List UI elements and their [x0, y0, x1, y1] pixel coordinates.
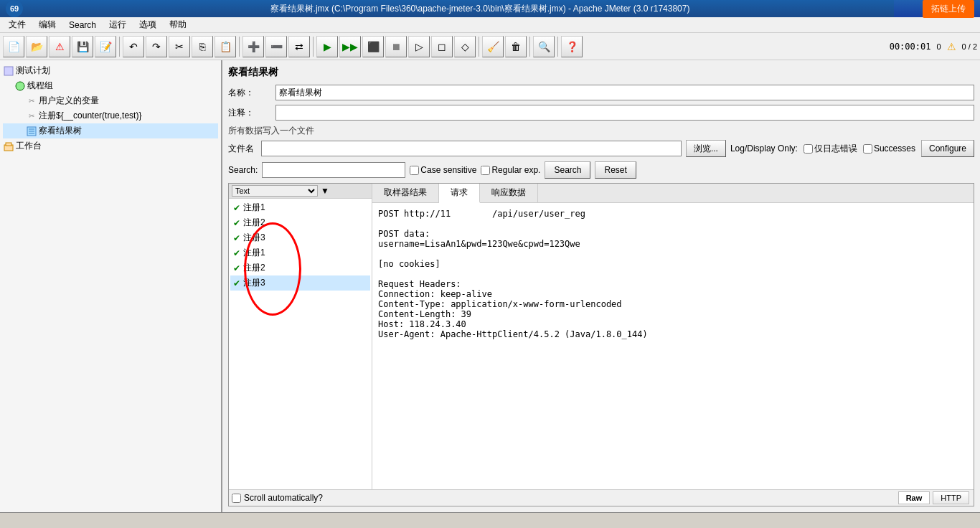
result-label: 注册3	[243, 277, 265, 289]
menu-file[interactable]: 文件	[3, 17, 32, 32]
configure-button[interactable]: Configure	[921, 140, 974, 157]
remote-exit-button[interactable]: ◇	[454, 36, 476, 57]
tree-item-counter[interactable]: ✂ 注册${__counter(true,test)}	[3, 108, 218, 123]
thread-count: 0	[936, 42, 941, 51]
result-item[interactable]: ✔注册3	[230, 275, 370, 291]
save-as-button[interactable]: 📝	[95, 36, 116, 57]
comment-input[interactable]	[275, 105, 974, 121]
copy-button[interactable]: ⎘	[192, 36, 213, 57]
section-label: 所有数据写入一个文件	[228, 125, 974, 137]
regular-exp-label[interactable]: Regular exp.	[481, 165, 540, 175]
title-bar: 69 察看结果树.jmx (C:\Program Files\360\apach…	[0, 0, 980, 17]
toggle-button[interactable]: ⇄	[288, 36, 310, 57]
result-item[interactable]: ✔注册2	[230, 215, 370, 230]
top-right-bar: 拓链上传	[894, 0, 980, 17]
result-item[interactable]: ✔注册2	[230, 260, 370, 275]
error-count: 0 / 2	[962, 42, 977, 51]
regular-exp-checkbox[interactable]	[481, 166, 490, 175]
detail-tab-取样器结果[interactable]: 取样器结果	[372, 184, 439, 202]
result-detail: 取样器结果请求响应数据 POST http://11 /api/user/use…	[372, 184, 974, 489]
check-icon: ✔	[233, 203, 240, 213]
menu-run[interactable]: 运行	[103, 17, 132, 32]
filename-input[interactable]	[261, 141, 682, 156]
stop-button[interactable]: ⬛	[362, 36, 384, 57]
undo-button[interactable]: ↶	[123, 36, 144, 57]
tree-label-plan: 测试计划	[16, 65, 50, 77]
clear-button[interactable]: 🧹	[482, 36, 504, 57]
errors-checkbox[interactable]	[804, 144, 813, 154]
result-item[interactable]: ✔注册1	[230, 245, 370, 260]
tree-item-resulttree[interactable]: 察看结果树	[3, 123, 218, 138]
errors-checkbox-label[interactable]: 仅日志错误	[804, 143, 857, 155]
tree-label-thread: 线程组	[27, 80, 53, 92]
error-button[interactable]: ⚠	[49, 36, 70, 57]
result-label: 注册2	[243, 262, 265, 274]
tree-item-thread[interactable]: 线程组	[3, 78, 218, 93]
svg-rect-7	[6, 143, 11, 146]
bottom-tab-Raw[interactable]: Raw	[898, 491, 930, 504]
menu-help[interactable]: 帮助	[164, 17, 192, 32]
result-item[interactable]: ✔注册3	[230, 230, 370, 245]
case-sensitive-label[interactable]: Case sensitive	[410, 165, 476, 175]
svg-rect-0	[4, 67, 13, 75]
tree-label-resulttree: 察看结果树	[39, 125, 82, 137]
tree-item-workbench[interactable]: 工作台	[3, 138, 218, 154]
remote-start-button[interactable]: ▷	[408, 36, 430, 57]
thread-icon	[14, 80, 26, 92]
detail-content: POST http://11 /api/user/user_reg POST d…	[372, 203, 974, 489]
browse-button[interactable]: 浏览...	[686, 140, 726, 157]
search-row: Search: Case sensitive Regular exp. Sear…	[228, 161, 974, 179]
case-sensitive-text: Case sensitive	[420, 165, 476, 175]
help-button[interactable]: ❓	[561, 36, 583, 57]
clear-all-button[interactable]: 🗑	[505, 36, 527, 57]
elapsed-time: 00:00:01	[890, 42, 931, 52]
detail-tab-响应数据[interactable]: 响应数据	[480, 184, 538, 202]
paste-button[interactable]: 📋	[215, 36, 236, 57]
remote-stop-button[interactable]: ◻	[431, 36, 453, 57]
result-label: 注册1	[243, 202, 265, 214]
successes-checkbox[interactable]	[863, 144, 872, 154]
shutdown-button[interactable]: ⏹	[385, 36, 407, 57]
name-row: 名称：	[228, 85, 974, 100]
warning-icon: ⚠	[947, 41, 956, 52]
sep5	[529, 37, 530, 57]
detail-tab-请求[interactable]: 请求	[439, 184, 480, 203]
scroll-label[interactable]: Scroll automatically?	[232, 493, 323, 503]
tree-item-plan[interactable]: 测试计划	[3, 63, 218, 78]
counter-icon: ✂	[26, 110, 37, 122]
scroll-checkbox[interactable]	[232, 494, 241, 503]
errors-label-text: 仅日志错误	[814, 143, 857, 155]
expand-button[interactable]: ➕	[242, 36, 264, 57]
case-sensitive-checkbox[interactable]	[410, 166, 419, 175]
collapse-button[interactable]: ➖	[265, 36, 287, 57]
text-select[interactable]: Text	[232, 185, 318, 197]
successes-label-text: Successes	[874, 143, 915, 154]
redo-button[interactable]: ↷	[146, 36, 167, 57]
name-input[interactable]	[275, 85, 974, 100]
menu-search[interactable]: Search	[63, 17, 102, 32]
search-button[interactable]: Search	[545, 161, 590, 179]
new-button[interactable]: 📄	[3, 36, 24, 57]
sep6	[557, 37, 558, 57]
sep4	[479, 37, 479, 57]
bottom-tab-HTTP[interactable]: HTTP	[933, 491, 969, 504]
search-tb-button[interactable]: 🔍	[533, 36, 555, 57]
check-icon: ✔	[233, 278, 240, 288]
check-icon: ✔	[233, 218, 240, 228]
successes-checkbox-label[interactable]: Successes	[863, 143, 915, 154]
menu-options[interactable]: 选项	[133, 17, 162, 32]
result-list-header: Text ▼	[229, 184, 372, 199]
menu-bar: 文件 编辑 Search 运行 选项 帮助	[0, 17, 980, 33]
tree-label-var: 用户定义的变量	[39, 95, 99, 107]
start-button[interactable]: ▶	[316, 36, 338, 57]
reset-button[interactable]: Reset	[595, 161, 636, 179]
menu-edit[interactable]: 编辑	[33, 17, 62, 32]
upload-button[interactable]: 拓链上传	[923, 0, 974, 18]
open-button[interactable]: 📂	[26, 36, 47, 57]
save-button[interactable]: 💾	[72, 36, 93, 57]
cut-button[interactable]: ✂	[169, 36, 190, 57]
start-no-pauses-button[interactable]: ▶▶	[339, 36, 361, 57]
result-item[interactable]: ✔注册1	[230, 200, 370, 215]
tree-item-var[interactable]: ✂ 用户定义的变量	[3, 93, 218, 108]
search-input[interactable]	[262, 162, 405, 178]
